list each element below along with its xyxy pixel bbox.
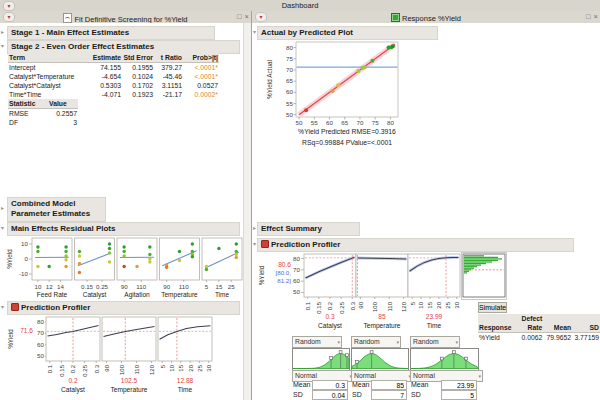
abp-header[interactable]: Actual by Predicted Plot	[257, 26, 438, 40]
combined-model-line2: Parameter Estimates	[11, 209, 105, 219]
dist-box-0[interactable]	[292, 348, 350, 371]
left-profiler-disclosure-icon[interactable]: ▾	[1, 303, 4, 310]
svg-text:90: 90	[163, 283, 170, 290]
svg-text:10: 10	[34, 283, 41, 290]
right-profiler-disclosure-icon[interactable]: ▾	[253, 240, 256, 247]
svg-text:5: 5	[205, 283, 209, 290]
cell-stderror: 0.1923	[122, 90, 154, 99]
table-row: DF 3	[8, 118, 78, 127]
stage1-header[interactable]: Stage 1 - Main Effect Estimates	[7, 26, 215, 40]
catalyst-mean-label: Mean	[293, 381, 311, 388]
svg-text:85: 85	[378, 313, 386, 320]
stage2-header[interactable]: Stage 2 - Even Order Effect Estimates	[7, 40, 240, 54]
close-button[interactable]: ×	[245, 12, 249, 21]
time-mean-input[interactable]	[441, 380, 477, 390]
svg-text:%Yield: %Yield	[258, 265, 265, 285]
cell-sd: 3.77159	[572, 333, 600, 343]
dist-box-1[interactable]	[351, 348, 409, 371]
stage1-disclosure-icon[interactable]: ▸	[1, 28, 4, 35]
svg-text:120: 120	[401, 301, 407, 312]
time-random-select[interactable]: Random▾	[410, 336, 460, 348]
table-row: Time*Time -4.071 0.1923 -21.17 0.0002*	[8, 90, 219, 99]
temperature-mean-input[interactable]	[371, 380, 407, 390]
svg-text:Catalyst: Catalyst	[61, 386, 85, 394]
catalyst-mean-input[interactable]	[312, 380, 348, 390]
svg-text:25: 25	[445, 301, 451, 308]
time-mean-label: Mean	[411, 381, 429, 388]
cell-term: Catalyst*Temperature	[8, 72, 90, 81]
close-button[interactable]: ×	[594, 12, 598, 21]
maximize-button[interactable]: □	[586, 12, 591, 21]
svg-text:80.6: 80.6	[278, 261, 291, 268]
svg-text:%Yield: %Yield	[7, 329, 14, 349]
svg-text:0: 0	[25, 255, 29, 262]
svg-text:65: 65	[286, 77, 293, 84]
chevron-down-icon: ▾	[478, 372, 481, 381]
statistic-table: Statistic Value RMSE 0.2557 DF 3	[8, 99, 78, 127]
abp-chart: 5055606570758050556065707580%Yield Actua…	[260, 39, 440, 167]
time-sd-input[interactable]	[441, 390, 477, 400]
left-window-body: ▸ Stage 1 - Main Effect Estimates ▾ Stag…	[0, 23, 251, 400]
svg-text:81.2]: 81.2]	[277, 277, 291, 284]
svg-text:-10: -10	[19, 270, 29, 277]
svg-text:0.3: 0.3	[350, 301, 356, 310]
effect-summary-header[interactable]: Effect Summary	[257, 222, 360, 236]
time-sd-label: SD	[411, 391, 421, 398]
table-header-row: Term Estimate Std Error t Ratio Prob>|t|	[8, 53, 219, 63]
left-scrollbar[interactable]	[243, 23, 251, 400]
svg-text:10: 10	[169, 364, 175, 371]
svg-text:5: 5	[410, 301, 416, 305]
left-profiler-chart[interactable]: %Yield71.6807060500.10.150.20.250.30.2Ca…	[0, 313, 243, 400]
right-profiler-header[interactable]: Prediction Profiler	[257, 238, 574, 252]
svg-text:100: 100	[119, 364, 125, 375]
svg-text:80: 80	[37, 318, 44, 325]
jmp-dashboard: ▾ Dashboard ▾ Fit Definitive Screening f…	[0, 0, 600, 400]
stage2-header-label: Stage 2 - Even Order Effect Estimates	[11, 42, 154, 51]
svg-text:20: 20	[436, 301, 442, 308]
table-group-header-row: Defect	[478, 314, 600, 323]
column-header-estimate: Estimate	[90, 53, 122, 63]
cell-stderror: 0.1955	[122, 63, 154, 73]
svg-text:25: 25	[228, 283, 235, 290]
residual-disclosure-icon[interactable]: ▾	[1, 224, 4, 231]
svg-text:Temperature: Temperature	[161, 291, 198, 299]
svg-text:0.1: 0.1	[305, 301, 311, 310]
svg-text:60: 60	[293, 277, 300, 284]
svg-text:102.5: 102.5	[121, 377, 138, 384]
residual-plots-header[interactable]: Main Effects Residual Plots	[7, 222, 240, 236]
stage1-header-label: Stage 1 - Main Effect Estimates	[11, 28, 129, 37]
simulate-button[interactable]: Simulate	[478, 302, 507, 313]
svg-text:55: 55	[311, 119, 318, 126]
svg-text:20: 20	[188, 364, 194, 371]
dist-box-2[interactable]	[410, 348, 479, 371]
cell-rate: 0.0062	[514, 333, 543, 343]
temperature-sd-input[interactable]	[371, 390, 407, 400]
combined-model-header[interactable]: Combined Model Parameter Estimates	[7, 197, 106, 222]
abp-disclosure-icon[interactable]: ▾	[253, 28, 256, 35]
column-header-tratio: t Ratio	[154, 53, 183, 63]
svg-text:30: 30	[206, 364, 212, 371]
combined-disclosure-icon[interactable]: ▸	[1, 204, 4, 211]
maximize-button[interactable]: □	[237, 12, 242, 21]
cell-defect-group: Defect	[514, 314, 543, 323]
chevron-down-icon: ▾	[396, 338, 399, 347]
temperature-mean-label: Mean	[352, 381, 370, 388]
column-header-sd: SD	[572, 323, 600, 333]
catalyst-sd-input[interactable]	[312, 390, 348, 400]
right-window-controls: □×	[583, 12, 598, 21]
table-row: Catalyst*Catalyst 0.5303 0.1702 3.1151 0…	[8, 81, 219, 90]
cell-stderror: 0.1702	[122, 81, 154, 90]
effect-summary-disclosure-icon[interactable]: ▸	[253, 224, 256, 231]
svg-text:71.6: 71.6	[20, 327, 33, 334]
catalyst-random-select[interactable]: Random▾	[292, 336, 342, 348]
temperature-random-select[interactable]: Random▾	[351, 336, 401, 348]
select-value: Normal	[295, 372, 317, 379]
stage2-disclosure-icon[interactable]: ▾	[1, 42, 4, 49]
column-header-value: Value	[48, 99, 78, 109]
svg-text:0.2: 0.2	[327, 301, 333, 310]
report-document-icon	[63, 13, 72, 23]
temperature-sd-label: SD	[352, 391, 362, 398]
svg-text:0.3: 0.3	[94, 364, 100, 373]
table-row: Intercept 74.155 0.1955 379.27 <.0001*	[8, 63, 219, 73]
svg-text:50: 50	[286, 111, 293, 118]
